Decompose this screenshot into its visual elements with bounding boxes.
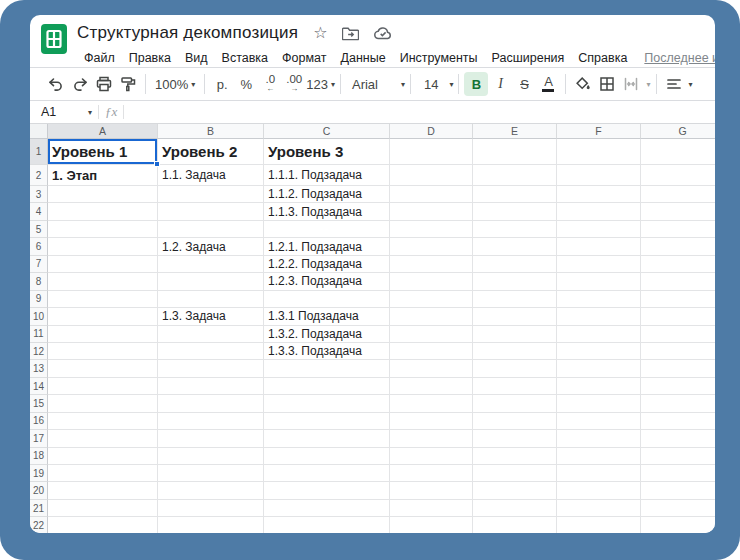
merge-cells-button[interactable] <box>619 72 643 96</box>
horizontal-align-button[interactable] <box>662 72 686 96</box>
cell-E14[interactable] <box>473 378 557 395</box>
cell-C15[interactable] <box>264 395 390 412</box>
cell-B21[interactable] <box>158 500 264 517</box>
formula-input[interactable] <box>130 101 715 123</box>
column-header-F[interactable]: F <box>557 124 641 139</box>
cell-G18[interactable] <box>641 448 715 465</box>
row-header-7[interactable]: 7 <box>30 256 48 273</box>
cell-G22[interactable] <box>641 517 715 533</box>
cell-F8[interactable] <box>557 273 641 290</box>
cell-D9[interactable] <box>390 291 473 308</box>
move-folder-icon[interactable] <box>342 26 359 41</box>
select-all-corner[interactable] <box>30 124 48 139</box>
row-header-13[interactable]: 13 <box>30 360 48 377</box>
cell-G17[interactable] <box>641 430 715 447</box>
cell-B1[interactable]: Уровень 2 <box>158 139 264 165</box>
row-header-19[interactable]: 19 <box>30 465 48 482</box>
cell-D3[interactable] <box>390 186 473 203</box>
cloud-saved-icon[interactable] <box>374 26 393 40</box>
cell-B8[interactable] <box>158 273 264 290</box>
font-family-select[interactable]: Arial <box>346 72 398 96</box>
percent-format-button[interactable]: % <box>234 72 258 96</box>
menu-item-правка[interactable]: Правка <box>122 51 178 65</box>
cell-A6[interactable] <box>48 238 158 255</box>
row-header-5[interactable]: 5 <box>30 221 48 238</box>
cell-G4[interactable] <box>641 203 715 220</box>
cell-C3[interactable]: 1.1.2. Подзадача <box>264 186 390 203</box>
cell-A22[interactable] <box>48 517 158 533</box>
cell-A8[interactable] <box>48 273 158 290</box>
cell-C13[interactable] <box>264 360 390 377</box>
cell-B4[interactable] <box>158 203 264 220</box>
cell-G11[interactable] <box>641 326 715 343</box>
cell-G13[interactable] <box>641 360 715 377</box>
cell-B19[interactable] <box>158 465 264 482</box>
menu-item-вставка[interactable]: Вставка <box>215 51 275 65</box>
undo-button[interactable] <box>44 72 68 96</box>
cell-C1[interactable]: Уровень 3 <box>264 139 390 165</box>
row-header-1[interactable]: 1 <box>30 139 48 165</box>
column-header-E[interactable]: E <box>473 124 557 139</box>
cell-E1[interactable] <box>473 139 557 165</box>
cell-D1[interactable] <box>390 139 473 165</box>
cell-G15[interactable] <box>641 395 715 412</box>
cell-B13[interactable] <box>158 360 264 377</box>
cell-F19[interactable] <box>557 465 641 482</box>
cell-D5[interactable] <box>390 221 473 238</box>
cell-D15[interactable] <box>390 395 473 412</box>
cell-D17[interactable] <box>390 430 473 447</box>
cell-G9[interactable] <box>641 291 715 308</box>
column-header-B[interactable]: B <box>158 124 264 139</box>
name-box[interactable]: A1 ▾ <box>30 105 92 119</box>
cell-B20[interactable] <box>158 482 264 499</box>
cell-G16[interactable] <box>641 413 715 430</box>
cell-E12[interactable] <box>473 343 557 360</box>
cell-E5[interactable] <box>473 221 557 238</box>
cell-F12[interactable] <box>557 343 641 360</box>
cell-A7[interactable] <box>48 256 158 273</box>
row-header-11[interactable]: 11 <box>30 326 48 343</box>
column-header-C[interactable]: C <box>264 124 390 139</box>
cell-E11[interactable] <box>473 326 557 343</box>
cell-G14[interactable] <box>641 378 715 395</box>
redo-button[interactable] <box>68 72 92 96</box>
row-header-18[interactable]: 18 <box>30 448 48 465</box>
cell-D4[interactable] <box>390 203 473 220</box>
bold-button[interactable]: B <box>464 72 488 96</box>
cell-A9[interactable] <box>48 291 158 308</box>
document-title[interactable]: Структурная декомпозиция <box>77 23 298 43</box>
strikethrough-button[interactable]: S <box>512 72 536 96</box>
menu-item-вид[interactable]: Вид <box>178 51 215 65</box>
cell-E3[interactable] <box>473 186 557 203</box>
cell-F13[interactable] <box>557 360 641 377</box>
column-header-A[interactable]: A <box>48 124 158 139</box>
cell-A2[interactable]: 1. Этап <box>48 165 158 186</box>
cell-E18[interactable] <box>473 448 557 465</box>
row-header-17[interactable]: 17 <box>30 430 48 447</box>
row-header-6[interactable]: 6 <box>30 238 48 255</box>
menu-item-инструменты[interactable]: Инструменты <box>393 51 485 65</box>
sheets-logo-icon[interactable] <box>41 22 67 56</box>
cell-A15[interactable] <box>48 395 158 412</box>
cell-G6[interactable] <box>641 238 715 255</box>
cell-B15[interactable] <box>158 395 264 412</box>
cell-G19[interactable] <box>641 465 715 482</box>
cell-G8[interactable] <box>641 273 715 290</box>
cell-A5[interactable] <box>48 221 158 238</box>
cell-F20[interactable] <box>557 482 641 499</box>
cell-B12[interactable] <box>158 343 264 360</box>
font-size-select[interactable]: 14 <box>416 72 446 96</box>
cell-A14[interactable] <box>48 378 158 395</box>
cell-C7[interactable]: 1.2.2. Подзадача <box>264 256 390 273</box>
cell-E2[interactable] <box>473 165 557 186</box>
cell-E13[interactable] <box>473 360 557 377</box>
cell-D8[interactable] <box>390 273 473 290</box>
cell-D6[interactable] <box>390 238 473 255</box>
cell-B10[interactable]: 1.3. Задача <box>158 308 264 325</box>
cell-E15[interactable] <box>473 395 557 412</box>
cell-E21[interactable] <box>473 500 557 517</box>
cell-A4[interactable] <box>48 203 158 220</box>
cell-E20[interactable] <box>473 482 557 499</box>
cell-A17[interactable] <box>48 430 158 447</box>
cell-C10[interactable]: 1.3.1 Подзадача <box>264 308 390 325</box>
